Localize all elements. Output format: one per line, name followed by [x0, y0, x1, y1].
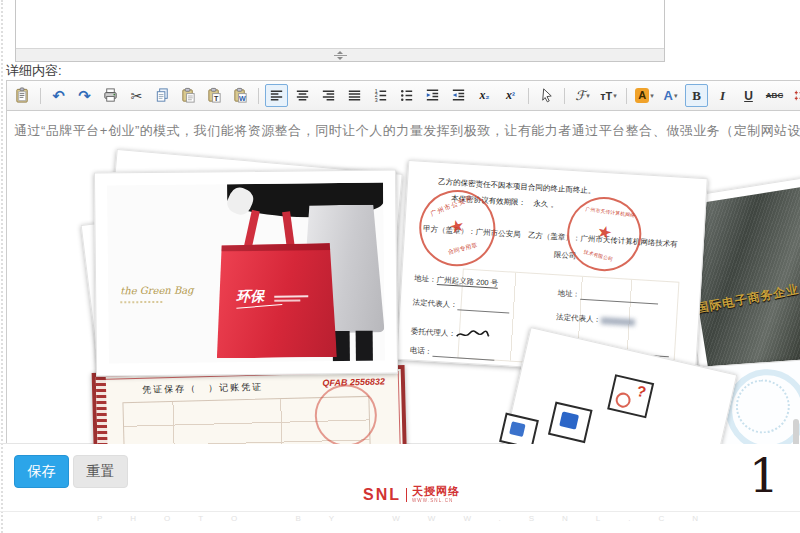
ordered-list-icon[interactable]: 123 [369, 84, 392, 107]
contract-field-label: 地址： [557, 288, 580, 298]
red-shopping-bag: 环保 [216, 243, 337, 358]
signature-scribble [455, 328, 490, 342]
align-center-icon[interactable] [291, 84, 314, 107]
stamp-square: ? [607, 374, 654, 418]
photo-caption: the Green Bag [120, 285, 194, 297]
voucher-ornament-strip [96, 377, 109, 444]
photo-credit-watermark: PHOTO BY WWW.SNL.CN [97, 514, 726, 523]
italic-icon[interactable]: I [711, 84, 734, 107]
bold-icon[interactable]: B [685, 84, 708, 107]
bag-logo-smalltext [274, 295, 308, 297]
red-stamp-ring [314, 384, 378, 444]
strike-icon[interactable]: ABC [763, 84, 786, 107]
contract-field-label: 委托代理人： [411, 326, 456, 338]
contract-field-label: 法定代表人： [556, 312, 601, 324]
bag-logo-text: 环保 [236, 288, 264, 306]
red-ring-icon [614, 391, 632, 409]
indent-icon[interactable] [421, 84, 444, 107]
copy-icon[interactable] [151, 84, 174, 107]
chevron-down-icon: ▾ [650, 92, 654, 100]
svg-text:3: 3 [375, 97, 378, 103]
stamp-square [499, 413, 539, 444]
textarea-status-bar [16, 48, 664, 61]
paste-text-icon[interactable]: T [203, 84, 226, 107]
cms-edit-page: 详细内容: ↶↷✂TW123x₂x²ℱ▾тT▾A▾A▾BIUABC 通过“品牌平… [0, 0, 800, 533]
paste-word-icon[interactable]: W [229, 84, 252, 107]
stamp-banner-text: 合同专用章 [427, 236, 499, 263]
align-left-icon[interactable] [265, 84, 288, 107]
blue-seal [559, 411, 579, 429]
undo-icon[interactable]: ↶ [47, 84, 70, 107]
font-size-icon[interactable]: тT▾ [597, 84, 620, 107]
toolbar-separator [626, 88, 627, 104]
resize-down-arrow-icon [337, 57, 343, 60]
spacing-icon[interactable] [789, 84, 800, 107]
detail-content-label: 详细内容: [6, 62, 62, 80]
source-icon[interactable] [11, 84, 34, 107]
editor-toolbar: ↶↷✂TW123x₂x²ℱ▾тT▾A▾A▾BIUABC [7, 81, 800, 111]
textarea-resize-handle[interactable] [334, 51, 347, 60]
highlight-color-icon[interactable]: A▾ [633, 84, 656, 107]
toolbar-separator [528, 88, 529, 104]
contract-field-label: 法定代表人： [412, 298, 457, 310]
toolbar-separator [40, 88, 41, 104]
stamp-square [548, 401, 593, 443]
blurred-name [601, 317, 635, 326]
star-icon: ★ [447, 214, 467, 238]
voucher-title: 凭证保存（ ）记账凭证 [142, 381, 263, 397]
previous-textarea[interactable] [15, 0, 665, 62]
stamp-arc-text: 广州市天传计算机网络 [575, 204, 645, 219]
red-question-mark: ? [635, 382, 648, 401]
toolbar-separator [564, 88, 565, 104]
superscript-icon[interactable]: x² [499, 84, 522, 107]
blank-line [432, 348, 494, 361]
align-justify-icon[interactable] [343, 84, 366, 107]
print-icon[interactable] [99, 84, 122, 107]
footer-divider [0, 511, 800, 512]
svg-text:T: T [214, 95, 219, 103]
toolbar-separator [258, 88, 259, 104]
green-bag-photo-area: 环保 the Green Bag [107, 183, 385, 364]
snl-logo: SNL 天授网络 WWW.SNL.CN [363, 486, 467, 504]
paste-icon[interactable] [177, 84, 200, 107]
logo-chinese-name: 天授网络 [412, 486, 467, 497]
font-color-icon[interactable]: A▾ [659, 84, 682, 107]
contract-field-label: 电话： [410, 345, 433, 355]
page-number: 1 [744, 452, 784, 499]
underline-icon[interactable]: U [737, 84, 760, 107]
logo-divider [406, 488, 407, 502]
contract-field-label: 地址： [414, 274, 437, 284]
editor-paragraph: 通过“品牌平台+创业”的模式，我们能将资源整合，同时让个人的力量发挥到极致，让有… [14, 122, 800, 140]
bag-fold [216, 243, 336, 251]
person-leg [356, 331, 373, 363]
photo-caption-subline [120, 299, 162, 303]
green-bag-photo[interactable]: 环保 the Green Bag [94, 169, 398, 376]
editor-content[interactable]: 通过“品牌平台+创业”的模式，我们能将资源整合，同时让个人的力量发挥到极致，让有… [7, 111, 800, 444]
snl-logo-text: SNL [363, 487, 401, 503]
page-left-edge [1, 0, 3, 533]
cut-icon[interactable]: ✂ [125, 84, 148, 107]
stamp-banner-text: 技术有限公司 [564, 243, 633, 267]
outdent-icon[interactable] [447, 84, 470, 107]
resize-bar [334, 55, 347, 56]
resize-up-arrow-icon [337, 51, 343, 54]
align-right-icon[interactable] [317, 84, 340, 107]
bag-logo-smalltext [274, 299, 300, 301]
accounting-voucher-photo[interactable]: 凭证保存（ ）记账凭证 QFAB 2556832 [92, 365, 408, 444]
reset-button[interactable]: 重置 [73, 455, 128, 488]
font-family-icon[interactable]: ℱ▾ [571, 84, 594, 107]
select-cursor-icon[interactable] [535, 84, 558, 107]
rich-text-editor: ↶↷✂TW123x₂x²ℱ▾тT▾A▾A▾BIUABC 通过“品牌平台+创业”的… [6, 80, 800, 443]
star-icon: ★ [595, 220, 615, 244]
chevron-down-icon: ▾ [586, 92, 590, 100]
unordered-list-icon[interactable] [395, 84, 418, 107]
scrollbar-thumb[interactable] [793, 419, 799, 444]
redo-icon[interactable]: ↷ [73, 84, 96, 107]
subscript-icon[interactable]: x₂ [473, 84, 496, 107]
red-company-stamp: 广州市天传计算机网络 ★ 技术有限公司 [559, 189, 650, 280]
blue-seal [509, 421, 526, 437]
chevron-down-icon: ▾ [613, 92, 617, 100]
save-button[interactable]: 保存 [14, 455, 69, 488]
svg-text:W: W [239, 95, 246, 103]
logo-url-text: WWW.SNL.CN [412, 498, 454, 503]
